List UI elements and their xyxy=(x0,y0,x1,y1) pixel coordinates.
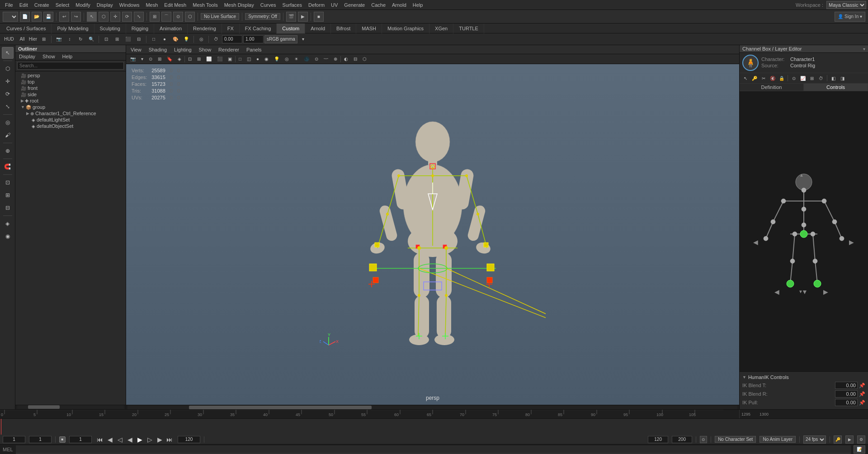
shading-light[interactable]: 💡 xyxy=(181,35,191,44)
symmetry-btn[interactable]: Symmetry: Off xyxy=(245,13,280,20)
menu-create[interactable]: Create xyxy=(31,2,52,8)
select-tool-btn[interactable]: ↖ xyxy=(87,12,97,22)
vp-layout-2[interactable]: ⊞ xyxy=(112,35,122,44)
open-file-btn[interactable]: 📂 xyxy=(32,12,42,22)
animation-start-input[interactable]: 120 xyxy=(648,436,668,443)
prev-frame-btn[interactable]: ◀ xyxy=(105,435,114,444)
vp-tb-xray[interactable]: ◎ xyxy=(283,56,291,62)
lasso-select-btn[interactable]: ⬡ xyxy=(99,12,108,22)
menu-display[interactable]: Display xyxy=(94,2,116,8)
vp-layout-4[interactable]: ⊟ xyxy=(134,35,144,44)
vp-layout-1[interactable]: ⊡ xyxy=(101,35,111,44)
no-character-set-btn[interactable]: No Character Set xyxy=(715,436,756,443)
vp-menu-view[interactable]: View xyxy=(128,47,144,52)
hik-value-ik-blend-t[interactable] xyxy=(835,382,858,389)
menu-arnold[interactable]: Arnold xyxy=(389,2,410,8)
menu-deform[interactable]: Deform xyxy=(305,2,328,8)
tool-quick-layout1[interactable]: ◈ xyxy=(2,218,14,229)
xray-btn[interactable]: ◎ xyxy=(196,35,206,44)
outliner-menu-display[interactable]: Display xyxy=(15,53,39,60)
vp-tb-gate[interactable]: ⊞ xyxy=(156,56,164,62)
vp-tb-snap[interactable]: ◈ xyxy=(175,56,184,62)
cb-icon-lock[interactable]: 🔒 xyxy=(778,74,786,82)
menu-edit[interactable]: Edit xyxy=(16,2,31,8)
tab-fx-caching[interactable]: FX Caching xyxy=(240,23,277,33)
command-input[interactable] xyxy=(16,445,851,454)
tree-item-root[interactable]: ▶ ✚ root xyxy=(15,98,126,104)
menu-mesh-display[interactable]: Mesh Display xyxy=(221,2,257,8)
anim-key-options-btn[interactable]: ⊙ xyxy=(700,436,707,443)
outliner-menu-help[interactable]: Help xyxy=(59,53,76,60)
tree-item-side[interactable]: 🎥 side xyxy=(15,91,126,98)
viewport-canvas[interactable]: Verts: 25589 0 0 Edges: 33615 0 0 Faces:… xyxy=(126,64,739,405)
vp-tb-shading4[interactable]: ◉ xyxy=(262,56,271,62)
vp-menu-lighting[interactable]: Lighting xyxy=(171,47,194,52)
new-file-btn[interactable]: 📄 xyxy=(20,12,30,22)
tree-toggle-group[interactable]: ▼ xyxy=(21,105,25,109)
script-editor-btn[interactable]: 📝 xyxy=(854,445,865,454)
tree-item-front[interactable]: 🎥 front xyxy=(15,85,126,91)
menu-modify[interactable]: Modify xyxy=(72,2,93,8)
menu-generate[interactable]: Generate xyxy=(341,2,368,8)
tab-fx[interactable]: FX xyxy=(222,23,240,33)
vp-menu-renderer[interactable]: Renderer xyxy=(216,47,242,52)
play-back-btn[interactable]: ◀ xyxy=(125,435,134,444)
tool-rotate[interactable]: ⟳ xyxy=(2,88,14,100)
cb-icon-dope[interactable]: ⊞ xyxy=(808,74,816,82)
snap-point-btn[interactable]: ⊙ xyxy=(173,12,183,22)
cb-icon-time[interactable]: ⏱ xyxy=(817,74,825,82)
render-btn[interactable]: 🎬 xyxy=(286,12,296,22)
hud-btn[interactable]: HUD xyxy=(2,35,16,44)
humanik-header[interactable]: ▼ HumanIK Controls xyxy=(742,374,865,380)
tab-animation[interactable]: Animation xyxy=(154,23,188,33)
scale-tool-btn[interactable]: ⤡ xyxy=(134,12,144,22)
tab-xgen[interactable]: XGen xyxy=(429,23,453,33)
sign-in-btn[interactable]: 👤 Sign In ▾ xyxy=(835,12,865,22)
grid-btn[interactable]: ⊞ xyxy=(39,35,49,44)
cb-icon-break[interactable]: ✂ xyxy=(760,74,768,82)
snap-grid-btn[interactable]: ⊞ xyxy=(150,12,160,22)
anim-options-btn[interactable]: ⚙ xyxy=(857,435,865,444)
redo-btn[interactable]: ↪ xyxy=(71,12,81,22)
tree-item-group[interactable]: ▼ 📦 group xyxy=(15,104,126,110)
cb-icon-select[interactable]: ↖ xyxy=(741,74,750,82)
vp-tb-grid[interactable]: ⊟ xyxy=(351,56,359,62)
tab-bifrost[interactable]: Bifrost xyxy=(331,23,356,33)
play-fwd-btn[interactable]: ▶ xyxy=(135,435,144,444)
vp-tb-shadow[interactable]: 🌑 xyxy=(302,56,311,62)
tool-layout3[interactable]: ⊟ xyxy=(2,202,14,214)
range-start-input[interactable]: 1 xyxy=(69,436,92,443)
menu-windows[interactable]: Windows xyxy=(116,2,143,8)
vp-tb-w2[interactable]: ⊞ xyxy=(195,56,203,62)
hier-btn[interactable]: Hier xyxy=(28,35,38,44)
tool-move[interactable]: ✛ xyxy=(2,75,14,87)
tab-poly-modeling[interactable]: Poly Modeling xyxy=(52,23,94,33)
menu-mesh[interactable]: Mesh xyxy=(142,2,161,8)
viewport-hscroll[interactable] xyxy=(126,405,739,409)
vp-tb-w4[interactable]: ⬛ xyxy=(215,56,225,62)
cb-icon-node[interactable]: ⊙ xyxy=(790,74,798,82)
frame-current2-input[interactable]: 1 xyxy=(29,436,52,443)
vp-tb-cam-options[interactable]: ▾ xyxy=(139,56,146,62)
color-space-options[interactable]: ▾ xyxy=(298,35,308,44)
tab-controls[interactable]: Controls xyxy=(804,84,868,91)
cb-icon-layer1[interactable]: ◧ xyxy=(829,74,837,82)
tree-item-default-obj-set[interactable]: ◈ defaultObjectSet xyxy=(15,123,126,129)
tab-sculpting[interactable]: Sculpting xyxy=(94,23,126,33)
cb-icon-layer2[interactable]: ◨ xyxy=(838,74,846,82)
fps-selector[interactable]: 24 fps xyxy=(803,435,826,444)
tool-soft-select[interactable]: ◎ xyxy=(2,117,14,128)
tool-layout2[interactable]: ⊞ xyxy=(2,189,14,201)
vp-tb-ao[interactable]: ⊙ xyxy=(312,56,321,62)
vp-layout-3[interactable]: ⬛ xyxy=(123,35,133,44)
tool-quick-layout2[interactable]: ◉ xyxy=(2,230,14,242)
tree-toggle-root[interactable]: ▶ xyxy=(21,98,24,103)
snap-curve-btn[interactable]: ⌒ xyxy=(161,12,171,22)
move-cam-btn[interactable]: ↕ xyxy=(65,35,75,44)
vp-menu-show[interactable]: Show xyxy=(196,47,214,52)
hik-pin-pull[interactable]: 📌 xyxy=(859,400,865,406)
tab-custom[interactable]: Custom xyxy=(277,23,305,33)
camera-select-btn[interactable]: 📷 xyxy=(54,35,64,44)
tree-item-top[interactable]: 🎥 top xyxy=(15,79,126,85)
menu-cache[interactable]: Cache xyxy=(368,2,389,8)
